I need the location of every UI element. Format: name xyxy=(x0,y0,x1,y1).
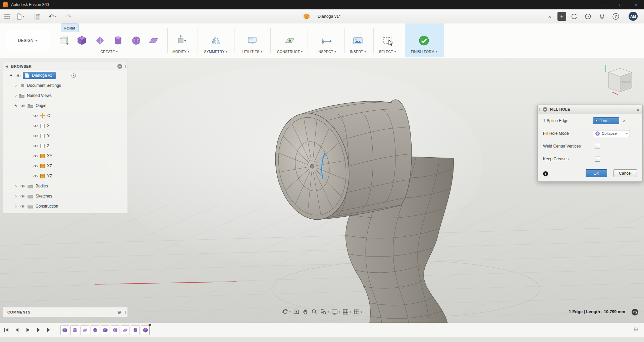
timeline-go-start-button[interactable] xyxy=(3,327,9,333)
inspect-group-menu[interactable]: INSPECT▾ xyxy=(317,50,336,54)
dialog-header[interactable]: ∥ – FILL HOLE » xyxy=(538,105,642,114)
finish-form-group-menu[interactable]: FINISH FORM▾ xyxy=(411,50,437,54)
keep-creases-checkbox[interactable] xyxy=(595,157,600,162)
browser-item-label[interactable]: Sketches xyxy=(36,194,52,198)
browser-item-origin-point[interactable]: O xyxy=(3,111,127,121)
expand-toggle-icon[interactable]: ▷ xyxy=(13,194,19,198)
new-tab-button[interactable]: + xyxy=(557,12,566,21)
visibility-eye-icon[interactable] xyxy=(20,184,25,188)
assistant-icon[interactable] xyxy=(631,308,639,316)
viewports-caret-icon[interactable]: ▾ xyxy=(361,310,362,314)
dialog-grip-icon[interactable]: ∥ xyxy=(539,108,541,111)
visibility-eye-icon[interactable] xyxy=(33,164,38,168)
symmetry-group-menu[interactable]: SYMMETRY▾ xyxy=(204,50,227,54)
undo-caret-icon[interactable]: ▾ xyxy=(55,15,57,18)
utilities-display-icon[interactable] xyxy=(246,34,259,47)
expand-toggle-icon[interactable]: ▷ xyxy=(13,184,19,188)
construct-group-menu[interactable]: CONSTRUCT▾ xyxy=(277,50,303,54)
expand-toggle-icon[interactable]: ▷ xyxy=(13,84,19,87)
maximize-button[interactable]: □ xyxy=(613,0,629,9)
zoom-tool[interactable] xyxy=(311,308,318,315)
browser-item-label[interactable]: XZ xyxy=(47,164,52,168)
close-document-tab-icon[interactable]: × xyxy=(546,13,553,20)
viewports[interactable]: ▾ xyxy=(354,308,362,315)
create-group-menu[interactable]: CREATE▾ xyxy=(100,50,117,54)
app-grid-menu-icon[interactable] xyxy=(3,13,11,20)
comments-bar[interactable]: COMMENTS ⊕ ∥ xyxy=(3,307,127,317)
timeline-position-marker[interactable] xyxy=(150,325,150,335)
browser-item-label[interactable]: Bodies xyxy=(36,184,48,188)
select-group-menu[interactable]: SELECT▾ xyxy=(379,50,396,54)
visibility-eye-icon[interactable] xyxy=(33,124,38,128)
help-icon[interactable]: ? xyxy=(612,12,620,20)
browser-item-named-views[interactable]: ▷ Named Views xyxy=(3,91,127,101)
browser-item-xz-plane[interactable]: XZ xyxy=(3,161,127,171)
inspect-measure-icon[interactable] xyxy=(320,34,333,47)
browser-item-construction[interactable]: ▷ Construction xyxy=(3,201,127,211)
symmetry-mirror-icon[interactable] xyxy=(209,34,222,47)
tab-form[interactable]: FORM xyxy=(61,23,79,32)
timeline-feature-icon[interactable] xyxy=(70,325,79,335)
visibility-eye-icon[interactable] xyxy=(20,104,25,108)
pan-tool[interactable] xyxy=(302,308,309,315)
timeline-step-forward-button[interactable] xyxy=(36,327,42,333)
timeline-feature-icon[interactable] xyxy=(111,325,119,335)
visibility-eye-icon[interactable] xyxy=(20,194,25,198)
cancel-button[interactable]: Cancel xyxy=(613,169,637,177)
expand-toggle-icon[interactable]: ▷ xyxy=(13,94,19,97)
browser-item-xy-plane[interactable]: XY xyxy=(3,151,127,161)
grid-settings[interactable]: ▾ xyxy=(342,308,351,315)
create-sphere-icon[interactable] xyxy=(130,34,143,47)
insert-group-menu[interactable]: INSERT▾ xyxy=(350,50,366,54)
minimize-button[interactable]: – xyxy=(598,0,613,9)
dialog-collapse-icon[interactable]: – xyxy=(543,107,547,112)
browser-item-label[interactable]: Y xyxy=(47,133,50,138)
visibility-eye-icon[interactable] xyxy=(33,134,38,138)
browser-item-label[interactable]: Construction xyxy=(36,204,58,209)
browser-item-label[interactable]: Origin xyxy=(36,103,46,108)
browser-item-yz-plane[interactable]: YZ xyxy=(3,171,127,181)
browser-item-y-axis[interactable]: Y xyxy=(3,131,127,141)
fit-caret-icon[interactable]: ▾ xyxy=(327,310,329,314)
comments-expand-icon[interactable]: ⊕ xyxy=(117,309,121,315)
modify-group-menu[interactable]: MODIFY▾ xyxy=(172,50,189,54)
browser-item-root[interactable]: ▶ Dianoga v1 xyxy=(3,70,127,80)
activate-component-radio-icon[interactable] xyxy=(71,73,76,78)
browser-minimize-icon[interactable]: – xyxy=(117,64,122,69)
display-caret-icon[interactable]: ▾ xyxy=(338,310,340,314)
orbit-tool[interactable]: ▾ xyxy=(282,308,290,315)
display-settings[interactable]: ▾ xyxy=(331,308,340,315)
create-quadball-icon[interactable] xyxy=(94,34,106,47)
timeline-feature-icon[interactable] xyxy=(80,325,89,335)
browser-item-label[interactable]: YZ xyxy=(47,174,52,178)
notifications-bell-icon[interactable] xyxy=(598,12,606,20)
browser-collapse-arrow-icon[interactable]: ◀ xyxy=(5,65,8,68)
browser-item-label[interactable]: Z xyxy=(47,144,49,148)
timeline-play-button[interactable] xyxy=(25,327,31,333)
fit-tool[interactable]: ▾ xyxy=(320,308,329,315)
comments-grip-icon[interactable]: ∥ xyxy=(125,310,126,314)
visibility-eye-icon[interactable] xyxy=(33,114,38,118)
clear-selection-icon[interactable]: × xyxy=(623,118,626,123)
timeline-step-back-button[interactable] xyxy=(14,327,20,333)
tspline-edge-selection-chip[interactable]: 1 se... xyxy=(593,117,619,124)
dialog-expand-icon[interactable]: » xyxy=(637,107,639,112)
view-cube-right-label[interactable]: RIGHT xyxy=(622,81,630,84)
browser-grip-icon[interactable]: ∥ xyxy=(125,65,126,68)
view-cube[interactable]: RIGHT xyxy=(602,62,639,96)
visibility-eye-icon[interactable] xyxy=(20,205,25,208)
browser-item-bodies[interactable]: ▷ Bodies xyxy=(3,181,127,191)
browser-item-document-settings[interactable]: ▷ ⚙ Document Settings xyxy=(3,80,127,91)
save-icon[interactable] xyxy=(34,13,41,20)
close-button[interactable]: × xyxy=(629,0,644,9)
weld-center-vertices-checkbox[interactable] xyxy=(595,144,600,149)
job-status-icon[interactable] xyxy=(570,12,578,20)
browser-item-label[interactable]: O xyxy=(47,113,50,118)
create-box-icon[interactable] xyxy=(57,34,70,47)
timeline-settings-gear-icon[interactable]: ⚙ xyxy=(633,326,639,333)
browser-item-sketches[interactable]: ▷ Sketches xyxy=(3,191,127,201)
utilities-group-menu[interactable]: UTILITIES▾ xyxy=(242,50,262,54)
visibility-eye-icon[interactable] xyxy=(15,74,21,77)
browser-item-origin[interactable]: ▶ Origin xyxy=(3,101,127,111)
expand-toggle-icon[interactable]: ▷ xyxy=(13,205,19,208)
